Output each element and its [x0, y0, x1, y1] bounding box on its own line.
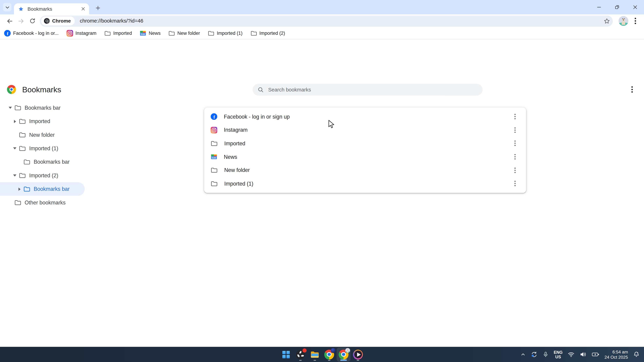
tree-item-bookmarks-bar-nested[interactable]: Bookmarks bar	[0, 155, 132, 169]
bookmark-list-card: f Facebook - log in or sign up Instagram…	[204, 107, 526, 193]
restore-button[interactable]	[608, 0, 626, 14]
windows-logo-icon	[282, 351, 290, 358]
tree-item-bookmarks-bar[interactable]: Bookmarks bar	[0, 101, 132, 114]
bookmark-row-imported[interactable]: Imported	[204, 137, 526, 150]
star-icon	[18, 6, 24, 12]
forward-button[interactable]	[15, 15, 27, 27]
taskbar-item-obs[interactable]	[294, 348, 308, 362]
folder-icon	[19, 118, 26, 125]
browser-tab-bookmarks[interactable]: Bookmarks	[14, 3, 89, 14]
folder-icon	[19, 172, 26, 179]
search-input[interactable]	[268, 86, 478, 93]
bookmark-bar-item-new-folder[interactable]: New folder	[168, 30, 200, 36]
bookmark-bar-item-imported[interactable]: Imported	[104, 30, 132, 36]
bookmark-bar-item-facebook[interactable]: f Facebook - log in or...	[4, 30, 58, 36]
caret-right-icon[interactable]	[11, 120, 19, 123]
volume-icon[interactable]	[580, 351, 586, 358]
bookmark-row-new-folder[interactable]: New folder	[204, 163, 526, 177]
back-button[interactable]	[4, 15, 15, 27]
bookmark-bar-item-imported-2[interactable]: Imported (2)	[250, 30, 285, 36]
battery-icon[interactable]	[591, 351, 600, 358]
running-indicator	[328, 360, 330, 361]
page-menu-kebab-icon[interactable]	[627, 84, 637, 94]
folder-icon	[208, 30, 214, 36]
row-menu-kebab-icon[interactable]	[510, 126, 520, 135]
folder-icon	[211, 140, 218, 147]
bookmark-star-icon[interactable]	[604, 17, 610, 24]
browser-toolbar: Chrome chrome://bookmarks/?id=46	[0, 14, 644, 27]
chrome-logo-icon	[7, 85, 16, 94]
file-explorer-icon	[310, 350, 320, 359]
clock[interactable]: 6:54 am 24 Oct 2025	[604, 349, 628, 360]
svg-text:G: G	[212, 156, 214, 159]
new-tab-button[interactable]	[93, 3, 102, 12]
url-text[interactable]: chrome://bookmarks/?id=46	[80, 18, 604, 24]
notification-bell-icon[interactable]: z	[633, 351, 640, 358]
caret-right-icon[interactable]	[15, 187, 24, 191]
folder-icon	[24, 158, 30, 165]
news-icon: G	[211, 154, 217, 160]
bookmark-bar-item-instagram[interactable]: Instagram	[66, 30, 96, 36]
taskbar-item-media-player[interactable]	[351, 348, 365, 362]
address-bar[interactable]: Chrome chrome://bookmarks/?id=46	[40, 15, 613, 26]
row-menu-kebab-icon[interactable]	[510, 179, 520, 188]
language-indicator[interactable]: ENG US	[554, 350, 562, 359]
site-chip[interactable]: Chrome	[41, 16, 75, 25]
search-bar[interactable]	[252, 84, 482, 96]
caret-down-icon[interactable]	[11, 174, 19, 176]
bookmark-bar-item-news[interactable]: G News	[140, 30, 160, 36]
tree-item-imported[interactable]: Imported	[0, 114, 132, 128]
profile-avatar[interactable]	[618, 16, 628, 26]
svg-text:z: z	[637, 352, 638, 354]
taskbar-item-chrome-profile-1[interactable]	[322, 348, 336, 362]
bookmark-row-imported-1[interactable]: Imported (1)	[204, 177, 526, 190]
row-menu-kebab-icon[interactable]	[510, 152, 520, 161]
bookmarks-page: Bookmarks Bookmarks bar Imported N	[0, 39, 644, 347]
tree-item-other-bookmarks[interactable]: Other bookmarks	[0, 196, 132, 209]
bookmark-bar-item-imported-1[interactable]: Imported (1)	[208, 30, 242, 36]
media-player-icon	[353, 350, 363, 359]
facebook-icon: f	[211, 113, 217, 120]
caret-down-icon[interactable]	[6, 107, 14, 109]
start-button[interactable]	[279, 348, 293, 362]
folder-tree: Bookmarks bar Imported New folder Import…	[0, 101, 132, 209]
mouse-cursor	[328, 120, 335, 129]
row-menu-kebab-icon[interactable]	[510, 139, 520, 148]
sync-status-icon[interactable]	[531, 351, 538, 358]
svg-text:f: f	[214, 114, 215, 120]
bookmark-row-facebook[interactable]: f Facebook - log in or sign up	[204, 110, 526, 123]
active-indicator	[340, 360, 347, 361]
running-indicator	[314, 360, 316, 361]
row-menu-kebab-icon[interactable]	[510, 166, 520, 175]
caret-down-icon[interactable]	[11, 147, 19, 149]
bookmark-row-instagram[interactable]: Instagram	[204, 123, 526, 137]
taskbar-item-chrome-profile-2-active[interactable]	[336, 348, 350, 362]
row-menu-kebab-icon[interactable]	[510, 112, 520, 121]
folder-icon	[168, 30, 175, 36]
folder-icon	[24, 186, 30, 193]
tree-item-bookmarks-bar-selected[interactable]: Bookmarks bar	[0, 182, 84, 196]
folder-icon	[211, 167, 218, 174]
reload-button[interactable]	[27, 15, 38, 27]
wifi-icon[interactable]	[568, 351, 574, 358]
tab-title: Bookmarks	[28, 6, 80, 12]
bookmark-row-news[interactable]: G News	[204, 150, 526, 163]
minimize-button[interactable]	[590, 0, 608, 14]
tab-close-icon[interactable]	[80, 6, 86, 11]
tree-item-new-folder[interactable]: New folder	[0, 128, 132, 141]
folder-icon	[14, 199, 21, 206]
time: 6:54 am	[604, 349, 628, 354]
tray-chevron-up-icon[interactable]	[520, 352, 526, 357]
tab-search-button[interactable]	[3, 3, 12, 11]
svg-text:G: G	[141, 33, 143, 35]
taskbar-item-file-explorer[interactable]	[308, 348, 322, 362]
browser-menu-kebab-icon[interactable]	[630, 16, 640, 26]
news-icon: G	[140, 30, 146, 36]
microphone-icon[interactable]	[543, 351, 549, 358]
close-button[interactable]	[626, 0, 644, 14]
tree-item-imported-1[interactable]: Imported (1)	[0, 142, 132, 155]
window-controls	[590, 0, 644, 14]
running-indicator	[299, 360, 302, 361]
tree-item-imported-2[interactable]: Imported (2)	[0, 169, 132, 182]
bookmarks-bar: f Facebook - log in or... Instagram Impo…	[0, 27, 644, 39]
